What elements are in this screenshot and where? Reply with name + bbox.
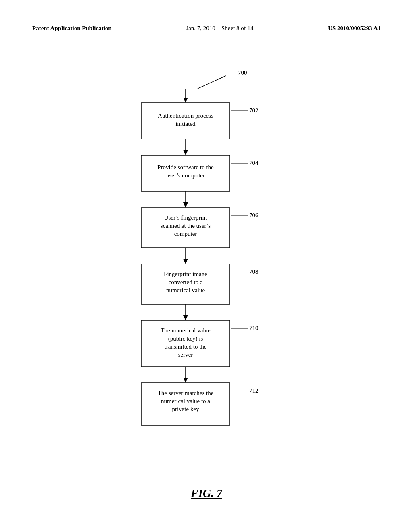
- box-708-text-line3: numerical value: [166, 287, 205, 293]
- box-712-text-line1: The server matches the: [158, 390, 214, 396]
- arrow-head-706-708: [183, 259, 188, 264]
- arrow-head-704-706: [183, 202, 188, 208]
- page-header: Patent Application Publication Jan. 7, 2…: [0, 24, 413, 33]
- box-712-text-line3: private key: [172, 406, 199, 412]
- flowchart-diagram: 700 Authentication process initiated 702…: [0, 52, 413, 496]
- box-712-text-line2: numerical value to a: [161, 398, 210, 404]
- box-706-text-line2: scanned at the user’s: [161, 222, 211, 229]
- box-706-text-line3: computer: [174, 231, 197, 237]
- box-702-text-line1: Authentication process: [158, 112, 213, 119]
- ref-line-700: [198, 76, 226, 89]
- arrow-head-708-710: [183, 315, 188, 320]
- label-712: 712: [249, 387, 259, 394]
- box-710-text-line3: transmitted to the: [165, 343, 207, 350]
- box-710-text-line1: The numerical value: [161, 327, 211, 334]
- box-710-text-line4: server: [178, 351, 193, 358]
- label-700: 700: [238, 69, 247, 76]
- figure-label: FIG. 7: [0, 487, 413, 500]
- box-706-text-line1: User’s fingerprint: [164, 214, 208, 221]
- box-710-text-line2: (public key) is: [168, 335, 203, 342]
- publication-date: Jan. 7, 2010 Sheet 8 of 14: [186, 24, 253, 33]
- label-708: 708: [249, 268, 259, 275]
- publication-title: Patent Application Publication: [32, 24, 112, 33]
- label-710: 710: [249, 325, 259, 331]
- start-arrow-head: [183, 98, 188, 103]
- label-704: 704: [249, 160, 259, 166]
- box-708-text-line2: converted to a: [169, 279, 203, 285]
- arrow-head-702-704: [183, 150, 188, 155]
- label-702: 702: [249, 107, 259, 114]
- patent-number: US 2010/0005293 A1: [328, 24, 381, 33]
- box-702-text-line2: initiated: [175, 121, 196, 127]
- box-708-text-line1: Fingerprint image: [164, 271, 207, 277]
- box-704-text-line2: user’s computer: [166, 172, 205, 179]
- box-704-text-line1: Provide software to the: [157, 164, 214, 170]
- label-706: 706: [249, 212, 259, 218]
- arrow-head-710-712: [183, 378, 188, 383]
